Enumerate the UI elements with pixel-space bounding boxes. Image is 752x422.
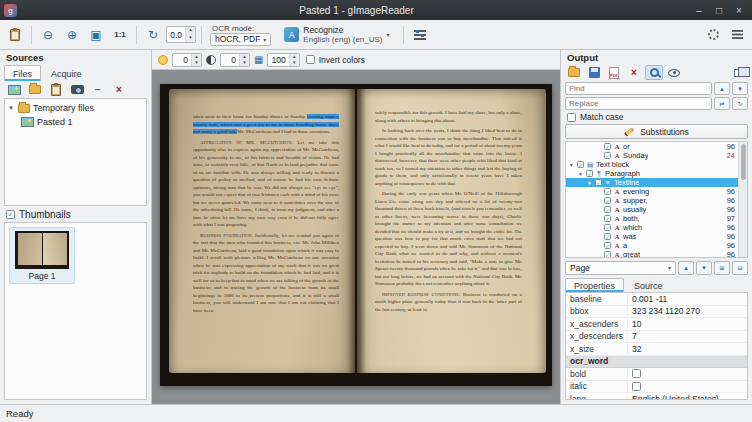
replace-input[interactable] <box>565 97 712 110</box>
page-thumbnail[interactable]: Page 1 <box>9 227 75 284</box>
invert-colors-toggle[interactable]: Invert colors <box>304 52 367 68</box>
row-checkbox[interactable]: ✓ <box>604 242 611 249</box>
row-checkbox[interactable]: ✓ <box>604 224 611 231</box>
page-combobox[interactable]: Page ▾ <box>565 261 676 275</box>
row-checkbox[interactable]: ✓ <box>586 170 593 177</box>
match-case-checkbox[interactable] <box>567 113 576 122</box>
thumbnails-checkbox[interactable]: ✓ <box>6 210 15 219</box>
property-checkbox[interactable] <box>632 382 641 391</box>
row-checkbox[interactable]: ✓ <box>604 197 611 204</box>
zoom-fit-button[interactable]: ▣ <box>85 23 107 47</box>
ocr-tree-row[interactable]: ✓Aa96 <box>566 241 738 250</box>
clear-output-button[interactable]: × <box>625 65 643 80</box>
nav-next-button[interactable]: ▼ <box>696 261 712 275</box>
maximize-button[interactable]: □ <box>712 5 726 16</box>
spin-down-icon[interactable]: ▾ <box>240 60 249 66</box>
property-checkbox[interactable] <box>632 369 641 378</box>
app-menu-button[interactable] <box>726 23 748 47</box>
property-value[interactable]: English (United States) <box>628 394 747 400</box>
expander-icon[interactable]: ▾ <box>586 180 593 186</box>
ocr-tree-row[interactable]: ✓Agreat96 <box>566 250 738 257</box>
scrollbar-thumb[interactable] <box>741 144 746 180</box>
tab-properties[interactable]: Properties <box>565 278 624 292</box>
save-hocr-button[interactable] <box>585 65 603 80</box>
property-value[interactable]: 10 <box>628 319 747 329</box>
zoom-original-button[interactable]: 1:1 <box>109 23 131 47</box>
expander-icon[interactable]: ▾ <box>568 162 575 168</box>
image-controls-button[interactable] <box>409 23 431 47</box>
property-value[interactable]: 32 <box>628 344 747 354</box>
property-value[interactable]: 7 <box>628 331 747 341</box>
image-canvas[interactable]: often went to their home for Sunday dinn… <box>152 70 560 404</box>
rotate-mode-button[interactable]: ↻ <box>142 23 164 47</box>
row-checkbox[interactable]: ✓ <box>604 206 611 213</box>
ocr-tree-row[interactable]: ✓Awas96 <box>566 232 738 241</box>
ocr-tree-row[interactable]: ✓Awhich96 <box>566 223 738 232</box>
ocr-tree-row[interactable]: ▾✓≡Textline <box>566 178 738 187</box>
settings-button[interactable] <box>702 23 724 47</box>
rotation-spinbox[interactable]: 0.0 ▴▾ <box>166 26 196 43</box>
row-checkbox[interactable]: ✓ <box>604 215 611 222</box>
contrast-spinbox[interactable]: 0 ▴▾ <box>220 53 250 67</box>
row-checkbox[interactable]: ✓ <box>577 161 584 168</box>
replace-all-button[interactable]: ↻ <box>732 97 748 110</box>
thumbnails-toggle[interactable]: ✓ Thumbnails <box>0 206 151 222</box>
ocr-tree-row[interactable]: ✓Ausually96 <box>566 205 738 214</box>
tab-acquire[interactable]: Acquire <box>42 65 91 81</box>
brightness-spinbox[interactable]: 0 ▴▾ <box>172 53 202 67</box>
ocr-tree-row[interactable]: ✓Aboth,97 <box>566 214 738 223</box>
row-checkbox[interactable]: ✓ <box>604 233 611 240</box>
row-checkbox[interactable]: ✓ <box>604 143 611 150</box>
screenshot-button[interactable] <box>68 82 86 97</box>
tree-scrollbar[interactable] <box>738 142 747 257</box>
add-folder-button[interactable] <box>26 82 44 97</box>
match-case-toggle[interactable]: Match case <box>561 111 752 123</box>
row-checkbox[interactable]: ✓ <box>604 152 611 159</box>
zoom-out-button[interactable]: ⊖ <box>37 23 59 47</box>
tree-item-temporary-files[interactable]: ▾ Temporary files <box>7 101 144 115</box>
expand-all-button[interactable]: ⊞ <box>714 261 730 275</box>
tree-item-pasted[interactable]: Pasted 1 <box>7 115 144 129</box>
add-images-button[interactable] <box>5 82 23 97</box>
ocr-mode-combobox[interactable]: hOCR, PDF ▾ <box>210 33 271 46</box>
minimize-button[interactable]: – <box>692 5 706 16</box>
export-button[interactable]: PDF <box>605 65 623 80</box>
property-value[interactable]: 0.001 -11 <box>628 294 747 304</box>
find-next-button[interactable]: ▼ <box>732 82 748 95</box>
find-prev-button[interactable]: ▲ <box>714 82 730 95</box>
nav-prev-button[interactable]: ▲ <box>678 261 694 275</box>
paste-source-button[interactable] <box>47 82 65 97</box>
open-hocr-button[interactable] <box>565 65 583 80</box>
find-replace-toggle[interactable] <box>645 65 663 80</box>
preview-toggle[interactable] <box>665 65 683 80</box>
row-checkbox[interactable]: ✓ <box>604 188 611 195</box>
ocr-tree-row[interactable]: ✓ASunday24 <box>566 151 738 160</box>
ocr-tree-row[interactable]: ✓Asupper,96 <box>566 196 738 205</box>
collapse-all-button[interactable]: ⊟ <box>732 261 748 275</box>
zoom-in-button[interactable]: ⊕ <box>61 23 83 47</box>
recognize-button[interactable]: A Recognize English (eng) (en_US) ▾ <box>278 23 395 47</box>
ocr-tree-row[interactable]: ▾✓▤Text block <box>566 160 738 169</box>
row-checkbox[interactable]: ✓ <box>595 179 602 186</box>
expander-icon[interactable]: ▾ <box>577 171 584 177</box>
ocr-tree-row[interactable]: ✓Aevening96 <box>566 187 738 196</box>
expander-icon[interactable]: ▾ <box>7 104 15 112</box>
close-button[interactable]: × <box>732 5 746 16</box>
tab-files[interactable]: Files <box>4 65 41 81</box>
tab-source[interactable]: Source <box>625 278 672 292</box>
invert-colors-checkbox[interactable] <box>306 55 315 64</box>
spin-down-icon[interactable]: ▾ <box>192 60 201 66</box>
find-input[interactable] <box>565 82 712 95</box>
property-value[interactable]: 323 234 1120 270 <box>628 306 747 316</box>
ocr-tree-row[interactable]: ▾✓¶Paragraph <box>566 169 738 178</box>
substitutions-button[interactable]: Substitutions <box>565 124 748 139</box>
paste-button[interactable] <box>4 23 26 47</box>
replace-button[interactable]: ⇄ <box>714 97 730 110</box>
detach-panel-button[interactable] <box>730 65 748 80</box>
spin-down-icon[interactable]: ▾ <box>186 35 195 43</box>
row-checkbox[interactable]: ✓ <box>604 251 611 257</box>
remove-source-button[interactable]: − <box>89 82 107 97</box>
delete-source-button[interactable]: × <box>110 82 128 97</box>
spin-down-icon[interactable]: ▾ <box>290 60 299 66</box>
ocr-tree-row[interactable]: ✓Aor96 <box>566 142 738 151</box>
